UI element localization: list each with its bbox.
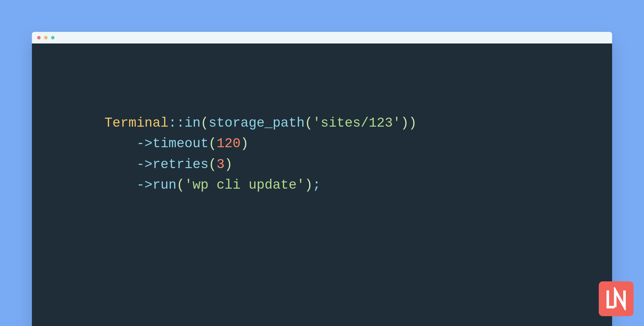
token-class: Terminal [104, 116, 169, 131]
token-paren: ) [409, 116, 417, 131]
brand-logo [599, 281, 634, 316]
minimize-icon[interactable] [44, 36, 48, 39]
token-paren: ( [176, 178, 184, 193]
code-line: Terminal::in(storage_path('sites/123')) [104, 113, 612, 134]
editor-window: Terminal::in(storage_path('sites/123'))-… [32, 32, 612, 326]
token-func: storage_path [209, 116, 305, 131]
code-line: ->run('wp cli update'); [104, 175, 612, 196]
token-paren: ) [401, 116, 409, 131]
token-op: -> [136, 157, 152, 172]
token-op: :: [169, 116, 184, 131]
token-paren: ) [305, 178, 313, 193]
zoom-icon[interactable] [51, 36, 55, 39]
window-titlebar [32, 32, 612, 43]
code-line: ->timeout(120) [104, 134, 612, 154]
token-method: run [153, 178, 177, 193]
token-op: -> [136, 136, 152, 151]
token-paren: ) [225, 157, 233, 172]
token-string: 'wp cli update' [184, 178, 305, 193]
stage: Terminal::in(storage_path('sites/123'))-… [0, 0, 644, 326]
ln-logo-icon [605, 287, 628, 310]
code-area: Terminal::in(storage_path('sites/123'))-… [32, 43, 612, 196]
code-line: ->retries(3) [104, 154, 612, 175]
token-paren: ( [209, 136, 217, 151]
token-paren: ( [209, 157, 217, 172]
token-method: retries [153, 157, 209, 172]
token-op: -> [136, 178, 152, 193]
token-number: 120 [216, 136, 240, 151]
token-paren: ) [240, 136, 249, 151]
token-paren: ( [305, 116, 313, 131]
close-icon[interactable] [37, 36, 41, 39]
token-method: timeout [153, 136, 209, 151]
token-paren: ( [200, 116, 209, 131]
token-method: in [184, 116, 200, 131]
token-number: 3 [216, 157, 225, 172]
token-string: 'sites/123' [313, 116, 401, 131]
token-op: ; [313, 178, 321, 193]
